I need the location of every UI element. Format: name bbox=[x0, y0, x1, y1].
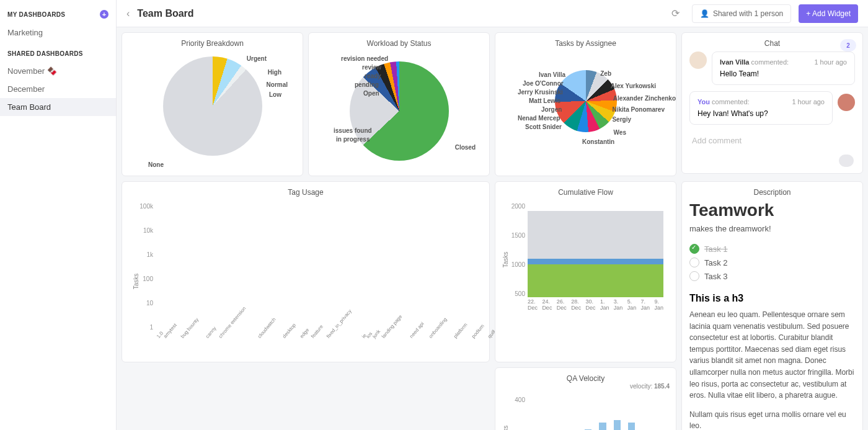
label-ivan: Ivan Villa bbox=[539, 71, 565, 78]
add-widget-button[interactable]: + Add Widget bbox=[799, 4, 858, 23]
sidebar: MY DASHBOARDS + Marketing SHARED DASHBOA… bbox=[0, 0, 117, 430]
label-jerry: Jerry Krusinski bbox=[518, 89, 563, 96]
widget-tasks-assignee: Tasks by Assignee Ivan Villa Joe O'Conno… bbox=[495, 32, 676, 176]
task-checkbox[interactable] bbox=[689, 271, 699, 281]
my-dashboards-header: MY DASHBOARDS + bbox=[7, 7, 108, 21]
person-icon: 👤 bbox=[700, 9, 709, 18]
widget-tag-usage: Tag Usage Tasks 100k10k1k100101 1.0amyte… bbox=[122, 181, 490, 362]
widget-title: Priority Breakdown bbox=[130, 39, 295, 48]
label-high: High bbox=[268, 69, 281, 76]
qa-velocity-chart[interactable] bbox=[528, 396, 663, 430]
widget-title: Chat bbox=[689, 39, 855, 48]
description-para: Aenean eu leo quam. Pellentesque ornare … bbox=[689, 309, 855, 401]
widget-chat: Chat 2 Ivan Villa commented: 1 hour ago … bbox=[681, 32, 863, 174]
label-issues: issues found bbox=[334, 127, 372, 134]
widget-title: Workload by Status bbox=[316, 39, 482, 48]
label-sergiy: Sergiy bbox=[612, 116, 631, 123]
widget-title: Tasks by Assignee bbox=[503, 39, 668, 48]
task-item[interactable]: Task 3 bbox=[689, 269, 855, 283]
task-checkbox[interactable] bbox=[689, 258, 699, 267]
message-time: 1 hour ago bbox=[814, 58, 847, 66]
task-item[interactable]: Task 1 bbox=[689, 242, 855, 256]
shared-with-button[interactable]: 👤 Shared with 1 person bbox=[692, 4, 791, 23]
topbar: ‹ Team Board ⟳ 👤 Shared with 1 person + … bbox=[117, 0, 868, 27]
label-inprogress: in progress bbox=[336, 136, 370, 143]
widget-title: Description bbox=[689, 188, 855, 197]
label-revision: revision needed bbox=[341, 55, 388, 62]
avatar[interactable] bbox=[689, 52, 707, 69]
widget-cumulative-flow: Cumulative Flow Tasks 200015001000500 22… bbox=[495, 181, 676, 362]
description-para: Nullam quis risus eget urna mollis ornar… bbox=[689, 409, 855, 430]
label-joe: Joe O'Connor bbox=[523, 80, 564, 87]
shared-dashboards-header: SHARED DASHBOARDS bbox=[7, 48, 108, 60]
label-urgent: Urgent bbox=[247, 55, 267, 62]
chat-badge-icon[interactable]: 2 bbox=[840, 39, 856, 52]
comment-input[interactable]: Add comment bbox=[689, 131, 855, 150]
label-alexy: Alex Yurkowski bbox=[611, 83, 656, 89]
tag-usage-chart[interactable] bbox=[156, 203, 482, 331]
label-review: review bbox=[362, 64, 381, 71]
description-h3: This is a h3 bbox=[689, 293, 855, 304]
shared-dashboards-label: SHARED DASHBOARDS bbox=[7, 50, 83, 57]
chat-message: You commented: 1 hour ago Hey Ivan! What… bbox=[689, 91, 833, 125]
message-body: Hey Ivan! What's up? bbox=[698, 109, 825, 118]
label-konstantin: Konstantin bbox=[582, 138, 614, 145]
task-label: Task 3 bbox=[704, 272, 728, 281]
widget-workload-status: Workload by Status revision needed revie… bbox=[308, 32, 490, 176]
page-title: Team Board bbox=[137, 8, 660, 19]
widget-qa-velocity: QA Velocity velocity: 185.4 Tasks 400200… bbox=[495, 367, 676, 430]
add-widget-label: + Add Widget bbox=[806, 9, 851, 18]
widget-title: Cumulative Flow bbox=[503, 188, 668, 197]
cumulative-flow-chart[interactable] bbox=[528, 203, 663, 297]
label-alexz: Alexander Zinchenko bbox=[613, 95, 676, 102]
description-subtitle: makes the dreamwork! bbox=[689, 224, 855, 233]
sidebar-item[interactable]: December bbox=[0, 80, 116, 98]
shared-with-label: Shared with 1 person bbox=[713, 9, 783, 18]
label-open: Open bbox=[363, 90, 379, 97]
task-item[interactable]: Task 2 bbox=[689, 256, 855, 269]
my-dashboards-label: MY DASHBOARDS bbox=[7, 11, 65, 18]
message-time: 1 hour ago bbox=[792, 98, 825, 105]
add-dashboard-icon[interactable]: + bbox=[100, 10, 108, 19]
label-zeb: Zeb bbox=[600, 70, 611, 77]
widget-priority-breakdown: Priority Breakdown Urgent High Normal Lo… bbox=[122, 32, 303, 176]
message-body: Hello Team! bbox=[720, 69, 847, 78]
label-closed: Closed bbox=[455, 144, 476, 151]
label-jorgen: Jorgen bbox=[541, 106, 562, 113]
label-nenad: Nenad Mercep bbox=[518, 115, 560, 122]
sidebar-item[interactable]: November 🍫 bbox=[0, 62, 116, 80]
refresh-icon[interactable]: ⟳ bbox=[667, 5, 684, 22]
label-wes: Wes bbox=[614, 129, 626, 136]
sidebar-item[interactable]: Team Board bbox=[0, 98, 116, 116]
assignee-pie-chart[interactable] bbox=[555, 70, 617, 132]
task-label: Task 1 bbox=[704, 244, 728, 254]
task-label: Task 2 bbox=[704, 258, 728, 267]
label-none: None bbox=[148, 161, 164, 168]
widget-description: Description Teamwork makes the dreamwork… bbox=[681, 181, 863, 430]
priority-pie-chart[interactable] bbox=[163, 56, 262, 156]
label-ready: ready bbox=[365, 73, 381, 79]
label-normal: Normal bbox=[267, 81, 288, 88]
description-heading: Teamwork bbox=[689, 200, 855, 220]
task-checkbox[interactable] bbox=[689, 244, 699, 254]
avatar[interactable] bbox=[838, 94, 855, 111]
label-pending: pending bbox=[355, 81, 379, 88]
label-low: Low bbox=[269, 91, 281, 98]
widget-title: Tag Usage bbox=[130, 188, 482, 197]
label-matt: Matt Lewis bbox=[529, 97, 560, 104]
sidebar-item[interactable]: Marketing bbox=[0, 24, 116, 42]
label-nikita: Nikita Ponomarev bbox=[613, 106, 665, 113]
widget-title: QA Velocity bbox=[503, 374, 668, 383]
dashboard-grid: Priority Breakdown Urgent High Normal Lo… bbox=[117, 27, 868, 430]
y-axis-label: Tasks bbox=[133, 274, 140, 290]
back-icon[interactable]: ‹ bbox=[126, 8, 130, 19]
chat-message: Ivan Villa commented: 1 hour ago Hello T… bbox=[712, 52, 855, 85]
send-icon[interactable] bbox=[839, 155, 854, 167]
label-scott: Scott Snider bbox=[525, 123, 562, 130]
main: ‹ Team Board ⟳ 👤 Shared with 1 person + … bbox=[117, 0, 868, 430]
